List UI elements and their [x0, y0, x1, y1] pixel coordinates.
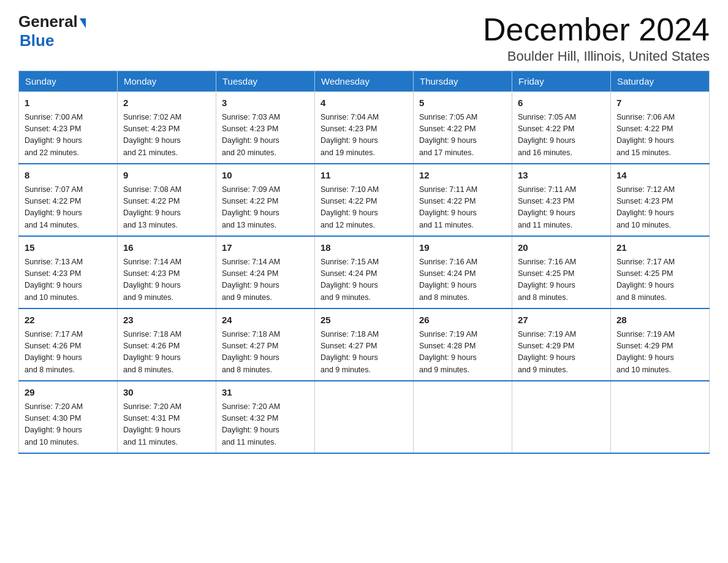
day-number: 7 [616, 96, 703, 110]
day-info: Sunrise: 7:05 AMSunset: 4:22 PMDaylight:… [518, 112, 605, 159]
day-info: Sunrise: 7:07 AMSunset: 4:22 PMDaylight:… [25, 184, 112, 232]
day-number: 9 [123, 169, 210, 183]
day-number: 26 [419, 313, 506, 327]
day-info: Sunrise: 7:05 AMSunset: 4:22 PMDaylight:… [419, 112, 506, 159]
day-info: Sunrise: 7:18 AMSunset: 4:26 PMDaylight:… [123, 329, 210, 377]
calendar-day-cell: 10Sunrise: 7:09 AMSunset: 4:22 PMDayligh… [216, 164, 315, 236]
calendar-day-cell: 30Sunrise: 7:20 AMSunset: 4:31 PMDayligh… [118, 381, 216, 453]
calendar-day-cell: 25Sunrise: 7:18 AMSunset: 4:27 PMDayligh… [315, 308, 414, 381]
calendar-day-cell: 17Sunrise: 7:14 AMSunset: 4:24 PMDayligh… [216, 236, 315, 308]
day-info: Sunrise: 7:14 AMSunset: 4:24 PMDaylight:… [222, 256, 309, 304]
day-number: 20 [518, 241, 605, 255]
calendar-day-cell [512, 381, 611, 453]
day-number: 4 [320, 96, 408, 110]
day-info: Sunrise: 7:19 AMSunset: 4:29 PMDaylight:… [616, 329, 703, 377]
month-title: December 2024 [483, 12, 710, 47]
calendar-day-cell: 26Sunrise: 7:19 AMSunset: 4:28 PMDayligh… [414, 308, 512, 381]
calendar-week-row: 1Sunrise: 7:00 AMSunset: 4:23 PMDaylight… [19, 92, 710, 164]
day-info: Sunrise: 7:12 AMSunset: 4:23 PMDaylight:… [616, 184, 703, 232]
calendar-day-cell: 4Sunrise: 7:04 AMSunset: 4:23 PMDaylight… [315, 92, 414, 164]
calendar-day-cell: 11Sunrise: 7:10 AMSunset: 4:22 PMDayligh… [315, 164, 414, 236]
day-info: Sunrise: 7:10 AMSunset: 4:22 PMDaylight:… [320, 184, 408, 232]
calendar-day-cell: 15Sunrise: 7:13 AMSunset: 4:23 PMDayligh… [19, 236, 118, 308]
day-info: Sunrise: 7:15 AMSunset: 4:24 PMDaylight:… [320, 256, 408, 304]
calendar-day-cell [315, 381, 414, 453]
day-info: Sunrise: 7:09 AMSunset: 4:22 PMDaylight:… [222, 184, 309, 232]
calendar-day-cell: 21Sunrise: 7:17 AMSunset: 4:25 PMDayligh… [611, 236, 710, 308]
logo: General Blue [18, 12, 86, 50]
day-info: Sunrise: 7:20 AMSunset: 4:31 PMDaylight:… [123, 401, 210, 449]
calendar-day-cell: 22Sunrise: 7:17 AMSunset: 4:26 PMDayligh… [19, 308, 118, 381]
calendar-day-cell: 2Sunrise: 7:02 AMSunset: 4:23 PMDaylight… [118, 92, 216, 164]
day-number: 18 [320, 241, 408, 255]
calendar-day-cell: 3Sunrise: 7:03 AMSunset: 4:23 PMDaylight… [216, 92, 315, 164]
day-info: Sunrise: 7:11 AMSunset: 4:22 PMDaylight:… [419, 184, 506, 232]
day-number: 22 [25, 313, 112, 327]
calendar-day-cell: 29Sunrise: 7:20 AMSunset: 4:30 PMDayligh… [19, 381, 118, 453]
day-info: Sunrise: 7:18 AMSunset: 4:27 PMDaylight:… [320, 329, 408, 377]
day-number: 24 [222, 313, 309, 327]
calendar-day-cell: 8Sunrise: 7:07 AMSunset: 4:22 PMDaylight… [19, 164, 118, 236]
calendar-day-cell: 28Sunrise: 7:19 AMSunset: 4:29 PMDayligh… [611, 308, 710, 381]
day-info: Sunrise: 7:16 AMSunset: 4:25 PMDaylight:… [518, 256, 605, 304]
day-number: 13 [518, 169, 605, 183]
calendar-day-cell: 5Sunrise: 7:05 AMSunset: 4:22 PMDaylight… [414, 92, 512, 164]
day-of-week-header: Tuesday [216, 71, 315, 92]
calendar-day-cell: 7Sunrise: 7:06 AMSunset: 4:22 PMDaylight… [611, 92, 710, 164]
day-number: 8 [25, 169, 112, 183]
day-of-week-header: Saturday [611, 71, 710, 92]
logo-blue-text: Blue [20, 31, 54, 50]
day-number: 30 [123, 386, 210, 400]
day-number: 23 [123, 313, 210, 327]
day-number: 14 [616, 169, 703, 183]
calendar-day-cell [414, 381, 512, 453]
page-header: General Blue December 2024 Boulder Hill,… [18, 12, 710, 64]
location-title: Boulder Hill, Illinois, United States [483, 48, 710, 64]
day-info: Sunrise: 7:19 AMSunset: 4:28 PMDaylight:… [419, 329, 506, 377]
day-number: 15 [25, 241, 112, 255]
day-info: Sunrise: 7:06 AMSunset: 4:22 PMDaylight:… [616, 112, 703, 159]
day-number: 27 [518, 313, 605, 327]
day-info: Sunrise: 7:00 AMSunset: 4:23 PMDaylight:… [25, 112, 112, 159]
day-number: 29 [25, 386, 112, 400]
day-number: 16 [123, 241, 210, 255]
day-info: Sunrise: 7:20 AMSunset: 4:30 PMDaylight:… [25, 401, 112, 449]
day-number: 5 [419, 96, 506, 110]
calendar-day-cell: 9Sunrise: 7:08 AMSunset: 4:22 PMDaylight… [118, 164, 216, 236]
calendar-day-cell: 24Sunrise: 7:18 AMSunset: 4:27 PMDayligh… [216, 308, 315, 381]
calendar-day-cell: 6Sunrise: 7:05 AMSunset: 4:22 PMDaylight… [512, 92, 611, 164]
day-info: Sunrise: 7:11 AMSunset: 4:23 PMDaylight:… [518, 184, 605, 232]
calendar-header-row: SundayMondayTuesdayWednesdayThursdayFrid… [19, 71, 710, 92]
day-info: Sunrise: 7:03 AMSunset: 4:23 PMDaylight:… [222, 112, 309, 159]
day-info: Sunrise: 7:02 AMSunset: 4:23 PMDaylight:… [123, 112, 210, 159]
day-info: Sunrise: 7:19 AMSunset: 4:29 PMDaylight:… [518, 329, 605, 377]
day-number: 12 [419, 169, 506, 183]
calendar-day-cell: 16Sunrise: 7:14 AMSunset: 4:23 PMDayligh… [118, 236, 216, 308]
calendar-week-row: 15Sunrise: 7:13 AMSunset: 4:23 PMDayligh… [19, 236, 710, 308]
day-number: 3 [222, 96, 309, 110]
day-number: 28 [616, 313, 703, 327]
day-info: Sunrise: 7:20 AMSunset: 4:32 PMDaylight:… [222, 401, 309, 449]
title-block: December 2024 Boulder Hill, Illinois, Un… [483, 12, 710, 64]
day-number: 1 [25, 96, 112, 110]
day-info: Sunrise: 7:08 AMSunset: 4:22 PMDaylight:… [123, 184, 210, 232]
calendar-week-row: 8Sunrise: 7:07 AMSunset: 4:22 PMDaylight… [19, 164, 710, 236]
day-of-week-header: Wednesday [315, 71, 414, 92]
calendar-day-cell: 27Sunrise: 7:19 AMSunset: 4:29 PMDayligh… [512, 308, 611, 381]
day-number: 10 [222, 169, 309, 183]
logo-triangle-icon [80, 18, 86, 28]
day-info: Sunrise: 7:17 AMSunset: 4:25 PMDaylight:… [616, 256, 703, 304]
calendar-day-cell: 31Sunrise: 7:20 AMSunset: 4:32 PMDayligh… [216, 381, 315, 453]
day-number: 2 [123, 96, 210, 110]
calendar-table: SundayMondayTuesdayWednesdayThursdayFrid… [18, 71, 710, 454]
calendar-day-cell: 23Sunrise: 7:18 AMSunset: 4:26 PMDayligh… [118, 308, 216, 381]
day-info: Sunrise: 7:16 AMSunset: 4:24 PMDaylight:… [419, 256, 506, 304]
day-of-week-header: Sunday [19, 71, 118, 92]
day-of-week-header: Thursday [414, 71, 512, 92]
day-number: 21 [616, 241, 703, 255]
day-number: 19 [419, 241, 506, 255]
day-info: Sunrise: 7:18 AMSunset: 4:27 PMDaylight:… [222, 329, 309, 377]
calendar-day-cell: 20Sunrise: 7:16 AMSunset: 4:25 PMDayligh… [512, 236, 611, 308]
logo-general-text: General [18, 12, 78, 31]
day-number: 11 [320, 169, 408, 183]
